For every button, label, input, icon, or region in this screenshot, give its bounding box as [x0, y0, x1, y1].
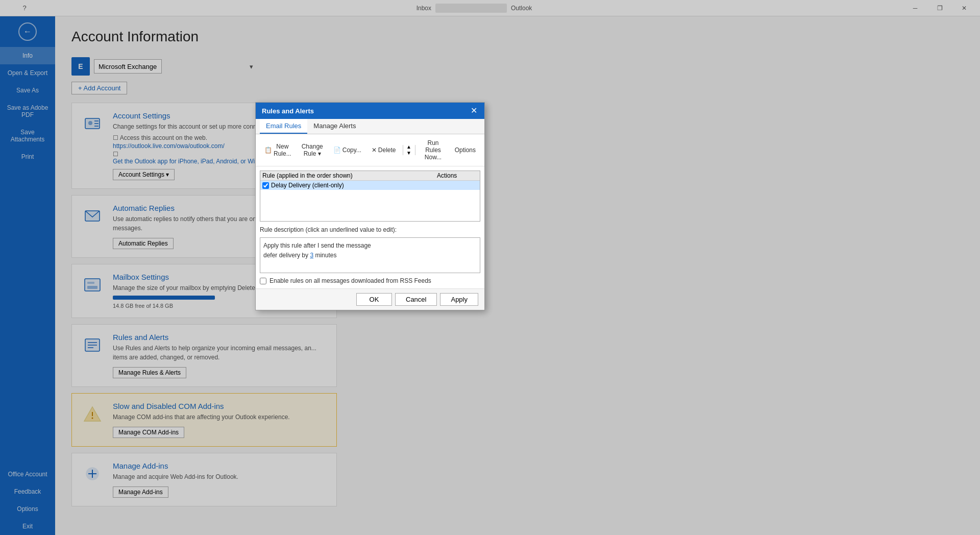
delete-icon: ✕: [372, 147, 377, 154]
tab-manage-alerts[interactable]: Manage Alerts: [307, 119, 362, 134]
cancel-button[interactable]: Cancel: [395, 293, 437, 306]
rss-checkbox-label: Enable rules on all messages downloaded …: [270, 277, 431, 284]
dialog-footer: OK Cancel Apply: [256, 288, 484, 310]
rules-list-container: Rule (applied in the order shown) Action…: [260, 171, 480, 222]
rule-description-box: Apply this rule after I send the message…: [260, 237, 480, 273]
move-down-button[interactable]: ▼: [405, 150, 413, 156]
app-container: ← Info Open & Export Save As Save as Ado…: [0, 16, 980, 535]
rule-row[interactable]: Delay Delivery (client-only): [260, 181, 480, 190]
col-rule-header: Rule (applied in the order shown): [262, 172, 437, 179]
toolbar-arrows: ▲ ▼: [405, 144, 413, 156]
new-rule-button[interactable]: 📋 New Rule...: [260, 141, 296, 159]
new-rule-icon: 📋: [264, 147, 272, 154]
rss-checkbox-row: Enable rules on all messages downloaded …: [260, 277, 480, 284]
rules-and-alerts-dialog: Rules and Alerts ✕ Email Rules Manage Al…: [255, 102, 485, 310]
rule-label: Delay Delivery (client-only): [271, 182, 344, 189]
delete-button[interactable]: ✕ Delete: [367, 144, 401, 156]
apply-button[interactable]: Apply: [440, 293, 478, 306]
rule-desc-line1: Apply this rule after I send the message: [263, 242, 371, 249]
options-button[interactable]: Options: [450, 144, 480, 156]
rss-checkbox[interactable]: [260, 278, 266, 284]
rule-desc-line2-suffix: minutes: [313, 252, 336, 259]
copy-button[interactable]: 📄 Copy...: [329, 144, 366, 156]
rule-description-label: Rule description (click an underlined va…: [260, 226, 480, 233]
tab-email-rules[interactable]: Email Rules: [260, 119, 307, 134]
dialog-close-button[interactable]: ✕: [470, 107, 478, 115]
change-rule-button[interactable]: Change Rule ▾: [297, 141, 328, 159]
dialog-tabs: Email Rules Manage Alerts: [256, 119, 484, 134]
copy-icon: 📄: [333, 147, 341, 154]
rule-desc-line2-prefix: defer delivery by: [263, 252, 310, 259]
run-rules-now-button[interactable]: Run Rules Now...: [417, 137, 449, 163]
rules-list-header: Rule (applied in the order shown) Action…: [260, 171, 480, 181]
move-up-button[interactable]: ▲: [405, 144, 413, 150]
dialog-titlebar: Rules and Alerts ✕: [256, 103, 484, 119]
dialog-body: Rule (applied in the order shown) Action…: [256, 166, 484, 288]
dialog-title: Rules and Alerts: [262, 107, 314, 115]
ok-button[interactable]: OK: [356, 293, 392, 306]
dialog-toolbar: 📋 New Rule... Change Rule ▾ 📄 Copy... ✕ …: [256, 134, 484, 166]
col-actions-header: Actions: [437, 172, 478, 179]
modal-backdrop: Rules and Alerts ✕ Email Rules Manage Al…: [0, 0, 980, 535]
rule-checkbox[interactable]: [262, 182, 269, 189]
